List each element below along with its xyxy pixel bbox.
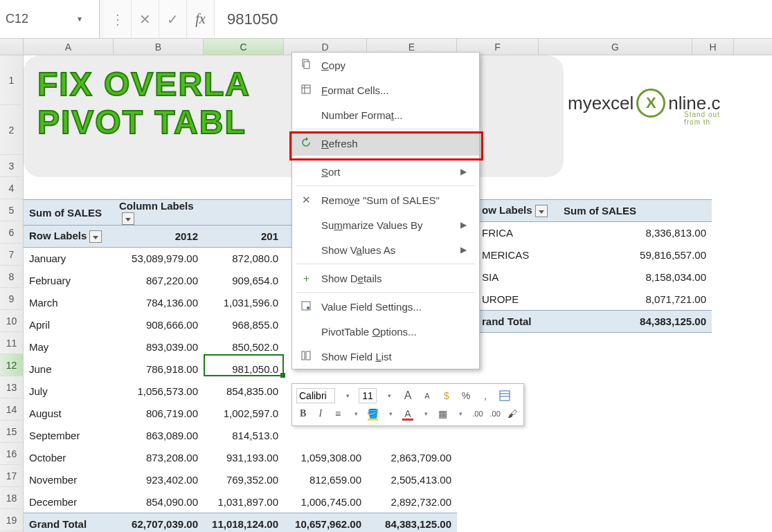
- row-header-7[interactable]: 7: [0, 244, 24, 266]
- mini-font-name[interactable]: [296, 388, 335, 403]
- refresh-icon: [299, 137, 313, 150]
- decrease-decimal-icon[interactable]: .00: [489, 406, 502, 421]
- column-header-B[interactable]: B: [114, 39, 204, 55]
- borders-dropdown-icon[interactable]: [454, 406, 467, 421]
- row-header-9[interactable]: 9: [0, 288, 24, 310]
- bold-icon[interactable]: B: [296, 406, 309, 421]
- column-labels-filter-icon[interactable]: [122, 212, 134, 225]
- formula-input[interactable]: [215, 0, 772, 38]
- submenu-arrow-icon: ▶: [460, 220, 467, 230]
- svg-rect-1: [304, 62, 309, 68]
- column-header-G[interactable]: G: [539, 39, 692, 55]
- decrease-font-icon[interactable]: A: [420, 388, 435, 403]
- ctx-show-field-list[interactable]: Show Field List: [292, 344, 479, 369]
- value-field-settings-icon: [299, 300, 313, 313]
- formula-bar: ▼ ⋮ ✕ ✓ fx: [0, 0, 772, 39]
- ctx-separator: [296, 264, 475, 264]
- expand-formula-icon[interactable]: ⋮: [104, 0, 132, 38]
- table-row[interactable]: November923,402.00769,352.00812,659.002,…: [24, 469, 457, 491]
- svg-rect-9: [500, 391, 510, 401]
- logo-icon: X: [636, 89, 665, 118]
- ctx-number-format[interactable]: Number Format...: [292, 102, 479, 127]
- row-header-5[interactable]: 5: [0, 199, 24, 221]
- ctx-summarize[interactable]: Summarize Values By▶: [292, 212, 479, 237]
- row-header-4[interactable]: 4: [0, 177, 24, 199]
- font-color-dropdown-icon[interactable]: [419, 406, 432, 421]
- grand-total-row[interactable]: rand Total84,383,125.00: [476, 311, 712, 333]
- row-header-13[interactable]: 13: [0, 376, 24, 398]
- pivot-table-2[interactable]: ow LabelsSum of SALESFRICA8,336,813.00ME…: [476, 199, 712, 333]
- context-menu: Copy Format Cells... Number Format... Re…: [291, 52, 480, 369]
- ctx-sort[interactable]: Sort▶: [292, 159, 479, 184]
- cancel-formula-icon[interactable]: ✕: [132, 0, 159, 38]
- ctx-copy[interactable]: Copy: [292, 53, 479, 77]
- comma-format-icon[interactable]: ,: [478, 388, 493, 403]
- enter-formula-icon[interactable]: ✓: [159, 0, 187, 38]
- mini-font-size[interactable]: [359, 388, 377, 403]
- table-row[interactable]: October873,208.00931,193.001,059,308.002…: [24, 447, 457, 469]
- column-header-C[interactable]: C: [204, 39, 284, 55]
- increase-font-icon[interactable]: A: [400, 388, 415, 403]
- row-header-3[interactable]: 3: [0, 155, 24, 177]
- ctx-separator: [296, 129, 475, 129]
- row-header-10[interactable]: 10: [0, 310, 24, 332]
- row-header-16[interactable]: 16: [0, 443, 24, 465]
- increase-decimal-icon[interactable]: .00: [471, 406, 484, 421]
- row-header-2[interactable]: 2: [0, 105, 24, 155]
- percent-format-icon[interactable]: %: [458, 388, 474, 403]
- ctx-show-values-as[interactable]: Show Values As▶: [292, 237, 479, 262]
- ctx-pivottable-options[interactable]: PivotTable Options...: [292, 319, 479, 344]
- svg-rect-2: [302, 85, 310, 93]
- table-row[interactable]: SIA8,158,034.00: [476, 266, 712, 288]
- row-header-11[interactable]: 11: [0, 332, 24, 354]
- select-all-corner[interactable]: [0, 39, 24, 55]
- borders-icon[interactable]: ▦: [436, 406, 449, 421]
- ctx-refresh[interactable]: Refresh: [292, 131, 479, 156]
- row-header-8[interactable]: 8: [0, 266, 24, 288]
- remove-icon: ✕: [299, 194, 313, 206]
- table-format-icon[interactable]: [497, 388, 512, 403]
- row-header-18[interactable]: 18: [0, 487, 24, 509]
- logo-sub: Stand out from th: [684, 111, 721, 126]
- column-header-H[interactable]: H: [692, 39, 734, 55]
- table-row[interactable]: September863,089.00814,513.0: [24, 425, 457, 447]
- ctx-show-details[interactable]: ＋ Show Details: [292, 266, 479, 291]
- name-box-container[interactable]: ▼: [0, 0, 100, 38]
- format-painter-icon[interactable]: 🖌: [506, 406, 519, 421]
- svg-point-6: [307, 306, 309, 309]
- show-details-icon: ＋: [299, 272, 313, 285]
- ctx-value-field-settings[interactable]: Value Field Settings...: [292, 294, 479, 319]
- fill-color-dropdown-icon[interactable]: [384, 406, 397, 421]
- name-box[interactable]: [0, 9, 76, 29]
- field-list-icon: [299, 350, 313, 363]
- grand-total-row[interactable]: Grand Total62,707,039.0011,018,124.0010,…: [24, 513, 457, 532]
- row-header-19[interactable]: 19: [0, 509, 24, 531]
- italic-icon[interactable]: I: [314, 406, 327, 421]
- row-header-12[interactable]: 12: [0, 354, 24, 376]
- row-labels-filter-icon[interactable]: [535, 205, 548, 217]
- table-row[interactable]: December854,090.001,031,897.001,006,745.…: [24, 491, 457, 513]
- table-row[interactable]: FRICA8,336,813.00: [476, 222, 712, 244]
- row-header-15[interactable]: 15: [0, 421, 24, 443]
- copy-icon: [299, 59, 313, 72]
- fx-icon[interactable]: fx: [187, 0, 215, 38]
- row-header-17[interactable]: 17: [0, 465, 24, 487]
- row-header-1[interactable]: 1: [0, 55, 24, 105]
- column-header-A[interactable]: A: [24, 39, 114, 55]
- row-labels-filter-icon[interactable]: [89, 230, 102, 243]
- mini-size-dropdown-icon[interactable]: [381, 388, 396, 403]
- font-color-icon[interactable]: A: [401, 406, 414, 421]
- align-icon[interactable]: ≡: [331, 406, 344, 421]
- fill-color-icon[interactable]: 🪣: [366, 406, 379, 421]
- table-row[interactable]: MERICAS59,816,557.00: [476, 244, 712, 266]
- ctx-remove[interactable]: ✕ Remove "Sum of SALES": [292, 187, 479, 212]
- row-header-14[interactable]: 14: [0, 398, 24, 421]
- logo: myexcel X nline.c Stand out from th: [568, 89, 721, 118]
- name-box-dropdown-icon[interactable]: ▼: [76, 15, 87, 23]
- mini-font-dropdown-icon[interactable]: [339, 388, 354, 403]
- accounting-format-icon[interactable]: $: [439, 388, 454, 403]
- row-header-6[interactable]: 6: [0, 221, 24, 244]
- table-row[interactable]: UROPE8,071,721.00: [476, 288, 712, 311]
- ctx-format-cells[interactable]: Format Cells...: [292, 77, 479, 102]
- align-dropdown-icon[interactable]: [349, 406, 362, 421]
